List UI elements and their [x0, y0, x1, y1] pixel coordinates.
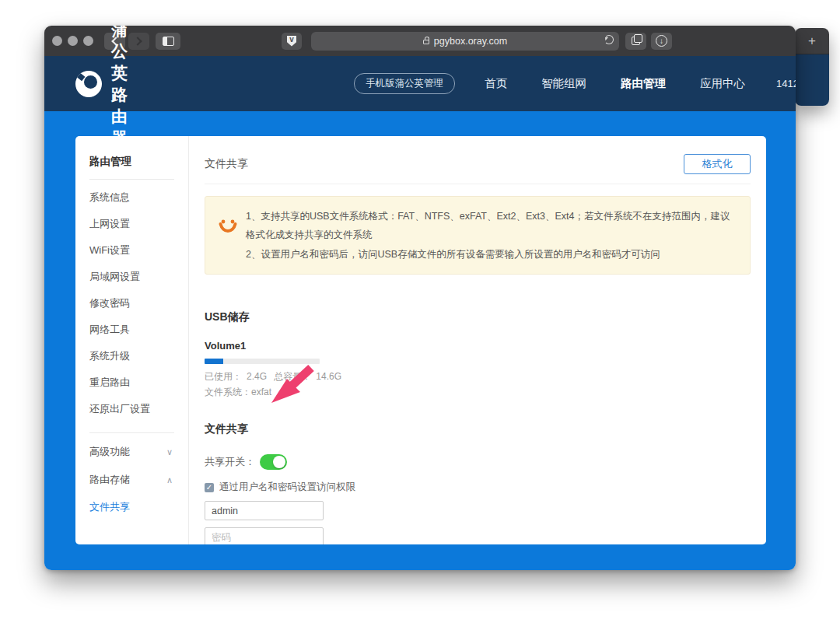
close-window-button[interactable] [52, 36, 62, 46]
sidebar: 路由管理 系统信息 上网设置 WiFi设置 局域网设置 修改密码 网络工具 系统… [75, 136, 188, 544]
password-input[interactable] [205, 527, 324, 544]
site-header: 蒲公英路由器 手机版蒲公英管理 首页 智能组网 路由管理 应用中心 1412**… [44, 56, 796, 111]
notice-line-2: 2、设置用户名和密码后，访问USB存储文件的所有设备需要输入所设置的用户名和密码… [246, 245, 736, 264]
nav-smart-networking[interactable]: 智能组网 [541, 76, 586, 91]
nav-app-center[interactable]: 应用中心 [700, 76, 745, 91]
brand-title: 蒲公英路由器 [111, 26, 128, 149]
downloads-button[interactable]: ↓ [651, 33, 672, 50]
auth-checkbox-label: 通过用户名和密码设置访问权限 [219, 481, 355, 494]
main-content: 文件共享 格式化 1、支持共享的USB文件系统格式：FAT、NTFS、exFAT… [188, 136, 766, 544]
sidebar-item-wifi-settings[interactable]: WiFi设置 [89, 237, 188, 264]
mobile-manage-pill[interactable]: 手机版蒲公英管理 [354, 73, 455, 94]
lock-icon [423, 40, 429, 44]
share-toggle-switch[interactable] [260, 454, 287, 470]
notice-box: 1、支持共享的USB文件系统格式：FAT、NTFS、exFAT、Ext2、Ext… [205, 196, 751, 275]
download-icon: ↓ [656, 35, 667, 47]
sidebar-item-reboot-router[interactable]: 重启路由 [89, 369, 188, 396]
username-input[interactable] [205, 501, 324, 520]
address-text: pgybox.oray.com [434, 36, 507, 47]
account-name: 1412***... [776, 78, 796, 89]
shield-icon [287, 36, 296, 47]
sidebar-item-system-info[interactable]: 系统信息 [89, 184, 188, 211]
storage-progress-fill [205, 359, 223, 364]
divider [89, 432, 174, 433]
notice-line-1: 1、支持共享的USB文件系统格式：FAT、NTFS、exFAT、Ext2、Ext… [246, 207, 736, 245]
top-navigation: 首页 智能组网 路由管理 应用中心 [485, 76, 745, 91]
format-button[interactable]: 格式化 [684, 154, 751, 174]
annotation-arrow [267, 364, 315, 408]
tab-overview-icon [632, 37, 640, 45]
router-admin-page: 蒲公英路由器 手机版蒲公英管理 首页 智能组网 路由管理 应用中心 1412**… [44, 56, 796, 570]
content-card: 路由管理 系统信息 上网设置 WiFi设置 局域网设置 修改密码 网络工具 系统… [75, 136, 766, 544]
background-window: + [795, 28, 829, 106]
background-window-content [795, 54, 829, 106]
page-title: 文件共享 [205, 157, 248, 171]
nav-router-manage[interactable]: 路由管理 [621, 76, 666, 91]
sidebar-toggle-button[interactable] [156, 33, 180, 50]
sidebar-item-internet-settings[interactable]: 上网设置 [89, 211, 188, 237]
toolbar-right-buttons: ↓ [625, 33, 672, 50]
new-tab-icon[interactable]: + [808, 34, 816, 47]
extension-button[interactable] [282, 33, 302, 50]
divider [89, 179, 174, 180]
traffic-lights [52, 36, 93, 46]
sidebar-item-file-sharing[interactable]: 文件共享 [89, 494, 188, 520]
sidebar-item-change-password[interactable]: 修改密码 [89, 290, 188, 317]
nav-home[interactable]: 首页 [485, 76, 507, 91]
desktop: + pgybox.ora [0, 0, 840, 623]
zoom-window-button[interactable] [83, 36, 93, 46]
used-value: 2.4G [247, 371, 267, 382]
toggle-knob [273, 456, 285, 468]
volume-name: Volume1 [205, 340, 751, 352]
auth-checkbox[interactable] [205, 483, 214, 492]
oray-logo-icon[interactable] [75, 71, 102, 97]
forward-icon [133, 37, 142, 45]
browser-toolbar: pgybox.oray.com ↓ [44, 26, 796, 56]
safari-window: pgybox.oray.com ↓ 蒲公英路由器 手机版蒲公英管理 [44, 26, 796, 570]
sidebar-item-system-upgrade[interactable]: 系统升级 [89, 343, 188, 369]
background-window-tabbar: + [795, 28, 829, 54]
share-section-title: 文件共享 [205, 422, 751, 436]
account-menu[interactable]: 1412***...▾ [776, 78, 796, 89]
divider [205, 184, 751, 184]
sidebar-item-network-tools[interactable]: 网络工具 [89, 317, 188, 343]
sidebar-section-title: 路由管理 [89, 155, 188, 169]
sidebar-item-lan-settings[interactable]: 局域网设置 [89, 264, 188, 290]
address-bar[interactable]: pgybox.oray.com [311, 32, 619, 51]
sidebar-icon [163, 37, 174, 46]
smiley-icon [218, 219, 238, 236]
reload-icon[interactable] [604, 35, 614, 44]
share-toggle-label: 共享开关： [205, 455, 255, 469]
sidebar-group-router-storage[interactable]: 路由存储 ∧ [89, 466, 188, 494]
file-sharing-section: 文件共享 共享开关： 通过用户名和密码设置访问权限 [205, 422, 751, 544]
chevron-down-icon: ∨ [166, 447, 173, 457]
sidebar-item-factory-reset[interactable]: 还原出厂设置 [89, 396, 188, 422]
chevron-up-icon: ∧ [166, 475, 173, 485]
minimize-window-button[interactable] [68, 36, 78, 46]
total-value: 14.6G [316, 371, 341, 382]
forward-button[interactable] [128, 33, 149, 50]
tab-overview-button[interactable] [625, 33, 646, 50]
usb-section-title: USB储存 [205, 310, 751, 324]
sidebar-group-advanced[interactable]: 高级功能 ∨ [89, 438, 188, 466]
